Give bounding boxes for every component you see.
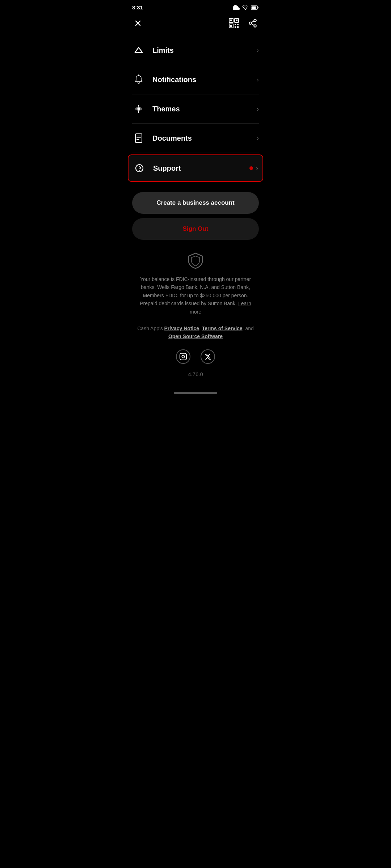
qr-icon [228,18,239,29]
support-chevron: › [256,165,258,172]
notifications-chevron: › [257,76,259,84]
sidebar-item-documents[interactable]: Documents › [132,124,259,153]
close-icon [134,19,142,27]
svg-rect-11 [237,26,239,28]
instagram-button[interactable] [176,349,190,364]
support-label: Support [153,164,249,173]
svg-rect-3 [230,20,232,21]
terms-link[interactable]: Terms of Service [202,326,243,331]
share-button[interactable] [247,17,259,29]
notifications-label: Notifications [152,76,257,84]
svg-line-16 [251,21,254,22]
footer: Your balance is FDIC-insured through our… [125,246,266,377]
svg-rect-1 [252,6,256,9]
home-indicator [174,392,217,394]
close-button[interactable] [132,17,144,29]
svg-point-31 [185,354,185,355]
status-bar: 8:31 [125,0,266,13]
create-business-button[interactable]: Create a business account [132,192,259,214]
battery-icon [251,5,259,10]
svg-point-30 [182,355,184,358]
documents-chevron: › [257,135,259,142]
sign-out-button[interactable]: Sign Out [132,218,259,240]
status-icons [233,5,259,10]
sidebar-item-support[interactable]: Support › [128,154,263,182]
svg-line-15 [251,24,254,25]
svg-point-20 [138,108,140,110]
svg-rect-29 [180,353,186,360]
limits-chevron: › [257,47,259,54]
fdic-text: Your balance is FDIC-insured through our… [134,275,257,316]
shield-icon [186,251,205,269]
status-time: 8:31 [132,4,143,10]
legal-text: Cash App's Privacy Notice, Terms of Serv… [134,324,257,341]
footer-divider [125,386,266,386]
limits-icon [132,44,145,57]
x-twitter-icon [204,353,211,360]
limits-label: Limits [152,46,257,55]
top-bar [125,13,266,36]
x-twitter-button[interactable] [201,349,215,364]
svg-rect-5 [236,20,237,21]
svg-rect-9 [237,24,239,25]
svg-point-28 [139,170,140,171]
top-bar-right [227,16,259,30]
privacy-notice-link[interactable]: Privacy Notice [164,326,199,331]
version-label: 4.76.0 [134,371,257,377]
themes-label: Themes [152,105,257,113]
share-icon [248,18,257,28]
themes-icon [132,102,145,115]
documents-label: Documents [152,134,257,142]
qr-button[interactable] [227,16,241,30]
svg-rect-7 [230,25,232,27]
menu-list: Limits › Notifications › Themes › [125,36,266,182]
open-source-link[interactable]: Open Source Software [168,333,223,339]
instagram-icon [179,353,187,361]
bell-icon [132,73,145,86]
themes-chevron: › [257,105,259,113]
cloud-icon [233,5,240,10]
support-icon [133,162,146,175]
documents-icon [132,132,145,145]
support-badge [249,166,253,170]
button-section: Create a business account Sign Out [125,183,266,246]
sidebar-item-notifications[interactable]: Notifications › [132,65,259,94]
sidebar-item-themes[interactable]: Themes › [132,94,259,124]
sidebar-item-limits[interactable]: Limits › [132,36,259,65]
svg-rect-10 [235,26,236,28]
svg-rect-8 [235,24,236,25]
wifi-icon [242,5,249,10]
social-icons [134,349,257,364]
